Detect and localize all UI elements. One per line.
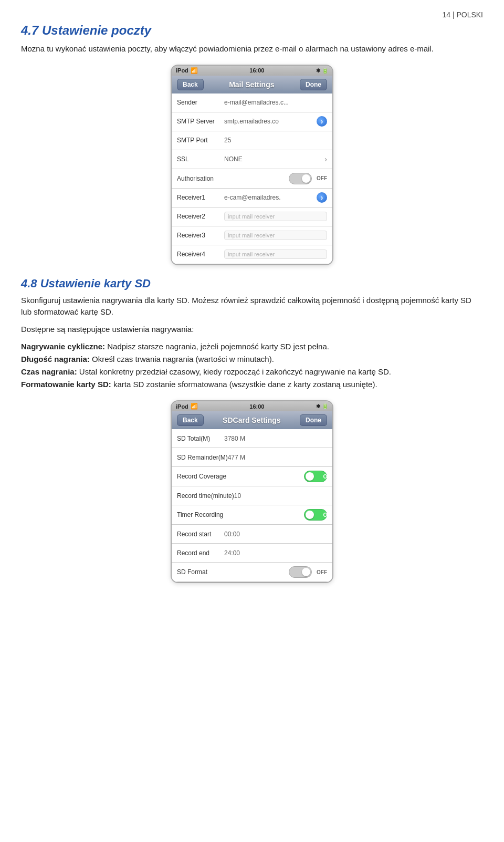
record-end-label: Record end [177, 549, 224, 557]
authorisation-toggle-label: OFF [317, 175, 327, 181]
sd-wifi-icon: 📶 [191, 403, 198, 410]
record-coverage-toggle[interactable]: ON [304, 471, 327, 482]
sd-time-label: 16:00 [249, 403, 264, 410]
ssl-arrow: › [324, 155, 327, 163]
record-end-row: Record end 24:00 [172, 544, 332, 563]
sd-total-row: SD Total(M) 3780 M [172, 429, 332, 448]
ssl-value: NONE [224, 155, 322, 163]
smtp-port-row: SMTP Port 25 [172, 131, 332, 150]
authorisation-row: Authorisation OFF [172, 169, 332, 189]
sd-bluetooth-icon: ✱ [316, 403, 320, 409]
sd-format-toggle[interactable] [289, 566, 312, 578]
page-number: 14 | POLSKI [21, 11, 483, 19]
receiver2-input[interactable]: input mail receiver [224, 212, 327, 221]
sd-remainder-row: SD Remainder(M) 477 M [172, 448, 332, 467]
list-item-format-label: Formatowanie karty SD: [21, 380, 111, 389]
timer-recording-toggle[interactable]: ON [304, 509, 327, 521]
record-start-value: 00:00 [224, 531, 327, 538]
timer-recording-toggle-label: ON [316, 512, 333, 518]
mail-statusbar: iPod 📶 16:00 ✱ 🔋 [172, 66, 332, 76]
record-coverage-toggle-label: ON [316, 474, 333, 480]
section48-title: 4.8 Ustawienie karty SD [21, 277, 483, 290]
done-button[interactable]: Done [300, 79, 327, 90]
smtp-server-label: SMTP Server [177, 118, 224, 125]
list-item-time-label: Czas nagrania: [21, 367, 77, 376]
bluetooth-icon: ✱ [316, 68, 320, 74]
smtp-server-arrow[interactable]: › [317, 116, 327, 127]
receiver2-row: Receiver2 input mail receiver [172, 207, 332, 226]
smtp-server-value: smtp.emailadres.co [224, 118, 314, 125]
receiver3-label: Receiver3 [177, 232, 224, 239]
authorisation-label: Authorisation [177, 175, 224, 182]
record-coverage-label: Record Coverage [177, 473, 226, 480]
sd-done-button[interactable]: Done [300, 414, 327, 426]
mail-settings-content: Sender e-mail@emailadres.c... SMTP Serve… [172, 93, 332, 264]
record-time-label: Record time(minute) [177, 492, 234, 500]
time-label: 16:00 [249, 67, 264, 74]
record-time-row: Record time(minute) 10 [172, 486, 332, 505]
record-end-value: 24:00 [224, 549, 327, 557]
sd-settings-screenshot: iPod 📶 16:00 ✱ 🔋 Back SDCard Settings Do… [171, 400, 333, 583]
sd-back-button[interactable]: Back [177, 414, 204, 426]
sd-settings-content: SD Total(M) 3780 M SD Remainder(M) 477 M… [172, 429, 332, 582]
receiver4-label: Receiver4 [177, 251, 224, 258]
list-item-time: Czas nagrania: Ustal konkretny przedział… [21, 366, 483, 378]
mail-settings-screenshot: iPod 📶 16:00 ✱ 🔋 Back Mail Settings Done… [171, 65, 333, 265]
sd-nav-title: SDCard Settings [223, 416, 280, 424]
mail-navbar: Back Mail Settings Done [172, 76, 332, 93]
sd-format-toggle-container[interactable]: OFF [289, 566, 327, 578]
sd-device-label: iPod [176, 403, 188, 410]
ssl-row: SSL NONE › [172, 150, 332, 169]
section47-body1: Mozna tu wykonać ustawienia poczty, aby … [21, 43, 483, 55]
record-time-value: 10 [234, 492, 327, 500]
smtp-port-label: SMTP Port [177, 137, 224, 144]
sd-battery-icon: 🔋 [322, 403, 328, 409]
status-left: iPod 📶 [176, 67, 198, 74]
sd-remainder-value: 477 M [228, 454, 327, 461]
sd-format-toggle-label: OFF [317, 569, 327, 575]
sd-format-label: SD Format [177, 568, 224, 576]
back-button[interactable]: Back [177, 79, 204, 90]
receiver4-row: Receiver4 input mail receiver [172, 245, 332, 264]
record-start-row: Record start 00:00 [172, 525, 332, 544]
sender-row: Sender e-mail@emailadres.c... [172, 93, 332, 112]
list-item-cycle-label: Nagrywanie cykliczne: [21, 342, 105, 351]
receiver1-arrow[interactable]: › [317, 192, 327, 203]
sd-status-left: iPod 📶 [176, 403, 198, 410]
sender-label: Sender [177, 99, 224, 106]
section48-list: Nagrywanie cykliczne: Nadpisz starsze na… [21, 340, 483, 391]
timer-recording-toggle-container[interactable]: ON [304, 509, 327, 521]
ssl-label: SSL [177, 155, 224, 163]
sd-statusbar: iPod 📶 16:00 ✱ 🔋 [172, 401, 332, 411]
timer-recording-row: Timer Recording ON [172, 505, 332, 525]
receiver3-input[interactable]: input mail receiver [224, 231, 327, 240]
list-item-duration: Długość nagrania: Określ czas trwania na… [21, 353, 483, 366]
smtp-port-value: 25 [224, 137, 327, 144]
authorisation-toggle[interactable] [289, 173, 312, 184]
receiver4-input[interactable]: input mail receiver [224, 250, 327, 259]
receiver3-row: Receiver3 input mail receiver [172, 226, 332, 245]
sd-total-label: SD Total(M) [177, 435, 224, 442]
authorisation-toggle-container[interactable]: OFF [289, 173, 327, 184]
receiver1-label: Receiver1 [177, 194, 224, 201]
record-coverage-toggle-container[interactable]: ON [304, 471, 327, 482]
mail-nav-title: Mail Settings [229, 80, 274, 89]
status-right: ✱ 🔋 [316, 68, 328, 74]
list-item-cycle: Nagrywanie cykliczne: Nadpisz starsze na… [21, 340, 483, 353]
record-start-label: Record start [177, 531, 224, 538]
list-item-duration-label: Długość nagrania: [21, 355, 90, 363]
receiver1-value: e-cam@emailadres. [224, 194, 314, 201]
sd-total-value: 3780 M [224, 435, 327, 442]
section48-body2: Dostępne są następujące ustawienia nagry… [21, 324, 483, 336]
wifi-icon: 📶 [191, 67, 198, 74]
list-item-format: Formatowanie karty SD: karta SD zostanie… [21, 378, 483, 391]
record-coverage-row: Record Coverage ON [172, 467, 332, 486]
smtp-server-row: SMTP Server smtp.emailadres.co › [172, 112, 332, 131]
battery-icon: 🔋 [322, 68, 328, 74]
device-label: iPod [176, 67, 188, 74]
sd-navbar: Back SDCard Settings Done [172, 411, 332, 429]
section47-title: 4.7 Ustawienie poczty [21, 23, 483, 38]
sd-format-row: SD Format OFF [172, 563, 332, 582]
sd-remainder-label: SD Remainder(M) [177, 454, 228, 461]
timer-recording-label: Timer Recording [177, 511, 224, 518]
